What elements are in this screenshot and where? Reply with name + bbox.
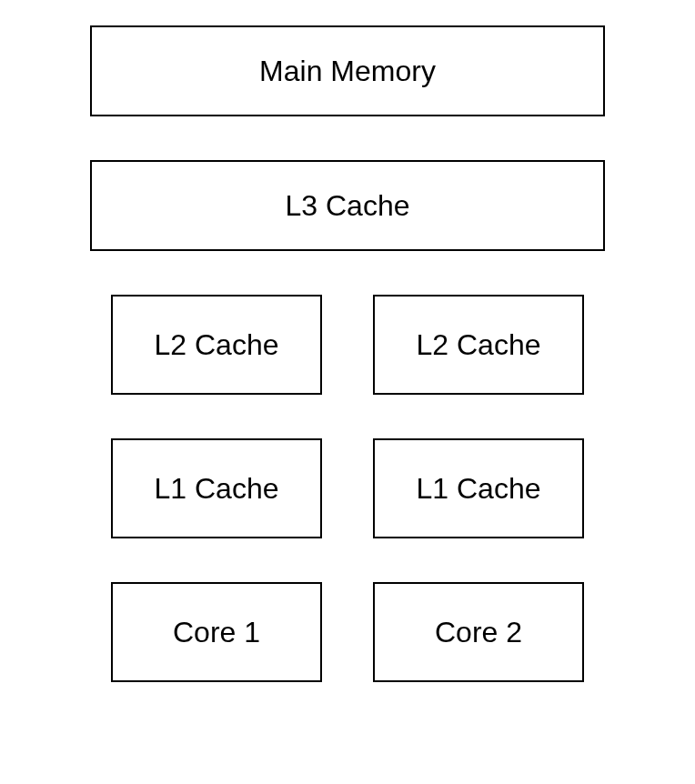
l3-cache-label: L3 Cache: [286, 189, 410, 223]
l1-cache-right-box: L1 Cache: [373, 438, 584, 538]
l1-row: L1 Cache L1 Cache: [111, 438, 584, 538]
l1-cache-left-box: L1 Cache: [111, 438, 322, 538]
l2-row: L2 Cache L2 Cache: [111, 295, 584, 395]
l2-cache-right-label: L2 Cache: [417, 328, 541, 362]
l1-cache-left-label: L1 Cache: [155, 472, 279, 506]
l2-cache-left-box: L2 Cache: [111, 295, 322, 395]
l2-cache-left-label: L2 Cache: [155, 328, 279, 362]
core-1-box: Core 1: [111, 582, 322, 682]
core-row: Core 1 Core 2: [111, 582, 584, 682]
l1-cache-right-label: L1 Cache: [417, 472, 541, 506]
main-memory-box: Main Memory: [90, 25, 605, 116]
l2-cache-right-box: L2 Cache: [373, 295, 584, 395]
memory-hierarchy-diagram: Main Memory L3 Cache L2 Cache L2 Cache L…: [0, 25, 695, 682]
main-memory-label: Main Memory: [259, 55, 436, 88]
core-1-label: Core 1: [173, 616, 260, 649]
l3-cache-box: L3 Cache: [90, 160, 605, 251]
core-2-box: Core 2: [373, 582, 584, 682]
core-2-label: Core 2: [435, 616, 522, 649]
